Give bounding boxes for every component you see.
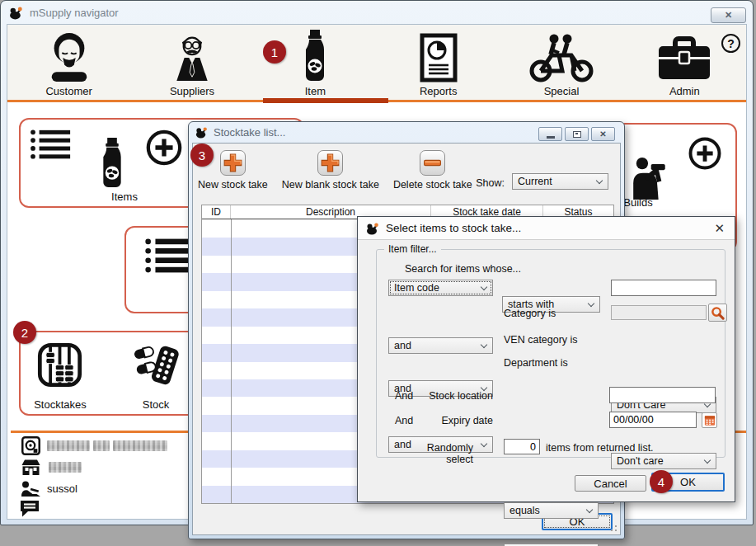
toolbar-item-suppliers[interactable]: Suppliers xyxy=(130,25,253,100)
stocktakes-icon xyxy=(37,342,82,388)
stock-location-op-combo[interactable]: equals xyxy=(504,502,599,519)
and-label: And xyxy=(395,415,413,426)
stock-icon xyxy=(133,343,179,388)
toolbar-label-suppliers: Suppliers xyxy=(170,85,214,97)
and-label: And xyxy=(395,390,413,402)
chevron-down-icon xyxy=(704,457,711,464)
plus-icon xyxy=(220,150,246,176)
pill-bottle-icon xyxy=(100,138,124,189)
toolbar-label-item: Item xyxy=(305,85,326,97)
department-label: Department is xyxy=(504,357,568,369)
random-suffix-label: items from returned list. xyxy=(546,442,654,454)
annotation-step-3: 3 xyxy=(190,144,214,167)
chevron-down-icon xyxy=(586,506,593,513)
toolbar-item-reports[interactable]: Reports xyxy=(377,25,500,100)
search-heading: Search for items whose... xyxy=(405,263,521,275)
store-icon xyxy=(21,459,41,476)
chevron-down-icon xyxy=(588,300,594,307)
builds-icon xyxy=(631,157,667,200)
selected-tab-underline xyxy=(263,98,388,103)
field-combo[interactable]: Item code xyxy=(388,280,493,296)
chevron-down-icon xyxy=(596,177,603,184)
stocktake-titlebar: Stocktake list... ✕ xyxy=(189,122,624,143)
cancel-button[interactable]: Cancel xyxy=(575,475,646,492)
annotation-step-2: 2 xyxy=(13,321,36,344)
maximize-button[interactable] xyxy=(565,127,589,141)
msupply-logo-icon xyxy=(9,6,23,20)
category-label: Category is xyxy=(504,308,556,319)
resize-grip-icon[interactable] xyxy=(608,523,617,531)
new-blank-stocktake-button[interactable]: New blank stock take xyxy=(282,150,379,191)
redacted-text xyxy=(93,440,110,451)
help-icon[interactable]: ? xyxy=(721,34,740,53)
main-titlebar: mSupply navigator ✕ xyxy=(1,1,753,24)
chevron-down-icon xyxy=(481,440,487,447)
minus-icon xyxy=(420,150,445,176)
redacted-text xyxy=(49,462,82,473)
expiry-date-input[interactable] xyxy=(609,412,697,428)
stocktakes-panel-label: Stocktakes xyxy=(26,398,94,411)
toolbar-label-admin: Admin xyxy=(669,85,700,97)
randomly-select-label: Randomly select xyxy=(404,442,473,465)
customer-icon xyxy=(45,28,93,82)
items-panel-label: Items xyxy=(87,191,162,203)
dialog-title: Select items to stock take... xyxy=(386,222,521,234)
department-combo[interactable]: Don't care xyxy=(611,453,716,469)
item-icon xyxy=(303,28,327,82)
ven-category-label: VEN category is xyxy=(504,334,578,346)
status-row-messages xyxy=(19,499,40,517)
show-label: Show: xyxy=(458,177,505,189)
annotation-step-4: 4 xyxy=(650,470,673,493)
stock-location-label: Stock location xyxy=(412,390,493,402)
plus-circle-icon xyxy=(688,136,722,171)
toolbar-label-customer: Customer xyxy=(45,85,92,97)
plus-circle-icon xyxy=(145,129,183,167)
toolbar-label-reports: Reports xyxy=(420,85,458,97)
close-button[interactable]: ✕ xyxy=(591,127,615,141)
status-row-user: sussol xyxy=(19,481,77,497)
username-text: sussol xyxy=(47,482,77,495)
column-separator xyxy=(231,219,232,503)
chat-bubble-icon xyxy=(19,499,40,517)
admin-icon xyxy=(657,28,711,82)
calendar-button[interactable] xyxy=(702,412,717,428)
show-filter-combo[interactable]: Current xyxy=(512,173,608,190)
toolbar-item-customer[interactable]: Customer xyxy=(7,25,130,100)
stocktake-toolbar: New stock take New blank stock take Dele… xyxy=(198,150,486,191)
select-items-dialog: Select items to stock take... ✕ Item fil… xyxy=(357,216,735,502)
status-row-datafile xyxy=(21,436,167,455)
item-filter-group-label: Item filter... xyxy=(384,243,441,255)
redacted-text xyxy=(113,440,167,451)
search-value-input[interactable] xyxy=(611,280,716,296)
minimize-icon xyxy=(547,136,555,139)
toolbar-label-special: Special xyxy=(544,85,580,97)
calendar-icon xyxy=(704,415,716,426)
minimize-button[interactable] xyxy=(538,127,562,141)
close-icon: ✕ xyxy=(725,10,732,21)
category-search-button[interactable] xyxy=(708,304,727,322)
toolbar-item-special[interactable]: Special xyxy=(500,25,622,100)
plus-icon xyxy=(317,150,343,176)
stock-location-input[interactable] xyxy=(609,387,716,403)
select-dialog-titlebar: Select items to stock take... ✕ xyxy=(358,217,735,240)
annotation-step-1: 1 xyxy=(263,40,286,64)
random-count-input[interactable] xyxy=(504,439,540,454)
stock-panel-label: Stock xyxy=(131,398,181,411)
desktop: { "glyphs": { "close_x": "✕", "help": "?… xyxy=(0,0,756,546)
close-window-button[interactable]: ✕ xyxy=(711,7,746,23)
nav-toolbar: Customer Suppliers xyxy=(7,25,746,100)
msupply-logo-icon xyxy=(366,222,379,235)
suppliers-icon xyxy=(169,28,215,82)
reports-icon xyxy=(420,28,458,82)
close-icon[interactable]: ✕ xyxy=(714,221,725,236)
category-input[interactable] xyxy=(611,305,707,320)
chevron-down-icon xyxy=(481,284,487,290)
column-header-id[interactable]: ID xyxy=(202,205,231,219)
window-title: mSupply navigator xyxy=(30,7,119,19)
close-icon: ✕ xyxy=(599,129,606,139)
maximize-icon xyxy=(573,131,581,138)
hard-drive-icon xyxy=(21,436,40,455)
conjunction-combo[interactable]: and xyxy=(388,337,493,354)
status-row-store xyxy=(21,459,82,476)
expiry-date-label: Expiry date xyxy=(412,415,493,426)
